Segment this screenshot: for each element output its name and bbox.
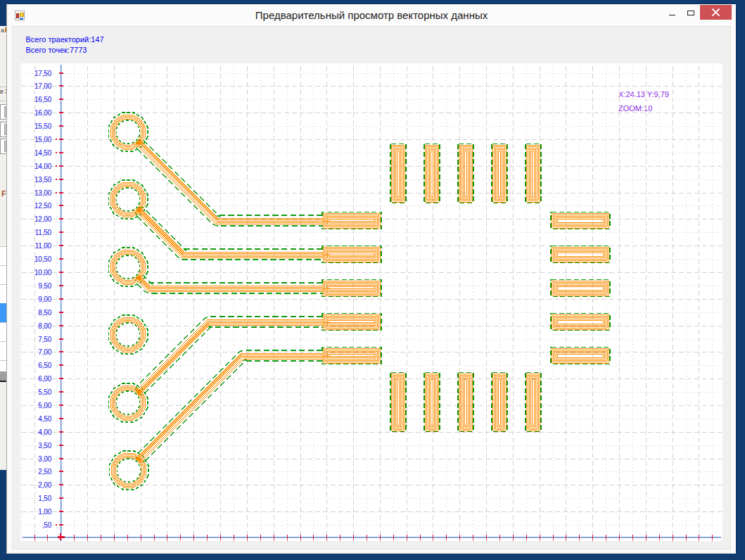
- svg-text:9,50: 9,50: [38, 282, 51, 290]
- svg-text:15,00: 15,00: [34, 136, 52, 144]
- svg-text:8,00: 8,00: [38, 322, 51, 330]
- svg-text:10,50: 10,50: [34, 255, 52, 263]
- svg-text:6,00: 6,00: [38, 375, 51, 383]
- svg-text:17,00: 17,00: [34, 82, 52, 90]
- svg-text:4,00: 4,00: [38, 428, 51, 436]
- svg-text:3,50: 3,50: [38, 442, 51, 450]
- svg-text:X:24.13 Y:9,79: X:24.13 Y:9,79: [618, 90, 669, 98]
- svg-text:2,50: 2,50: [38, 468, 51, 476]
- svg-text:13,50: 13,50: [34, 176, 52, 184]
- svg-text:13,00: 13,00: [34, 189, 52, 197]
- svg-text:9,00: 9,00: [38, 295, 51, 303]
- svg-text:12,50: 12,50: [34, 202, 52, 210]
- svg-text:8,50: 8,50: [38, 309, 51, 317]
- svg-text:14,50: 14,50: [34, 149, 52, 157]
- svg-text:4,50: 4,50: [38, 415, 51, 423]
- svg-text:3,00: 3,00: [38, 455, 51, 463]
- svg-text:11,00: 11,00: [35, 242, 52, 250]
- svg-text:10,00: 10,00: [34, 269, 52, 276]
- svg-text:16,50: 16,50: [34, 96, 52, 103]
- svg-text:1,00: 1,00: [38, 508, 51, 516]
- svg-text:11,50: 11,50: [35, 229, 52, 236]
- svg-text:1,50: 1,50: [38, 495, 51, 502]
- svg-text:ZOOM:10: ZOOM:10: [618, 104, 652, 113]
- svg-text:7,00: 7,00: [38, 348, 51, 356]
- svg-text:,50: ,50: [42, 521, 52, 529]
- svg-text:16,00: 16,00: [34, 109, 52, 117]
- svg-text:17,50: 17,50: [34, 70, 52, 77]
- svg-text:15,50: 15,50: [34, 122, 52, 130]
- svg-text:5,00: 5,00: [38, 402, 51, 409]
- svg-text:6,50: 6,50: [38, 362, 51, 369]
- svg-text:14,00: 14,00: [34, 163, 52, 170]
- svg-text:5,50: 5,50: [38, 388, 51, 396]
- svg-text:12,00: 12,00: [34, 215, 52, 223]
- svg-text:2,00: 2,00: [38, 481, 51, 489]
- svg-text:7,50: 7,50: [38, 336, 51, 343]
